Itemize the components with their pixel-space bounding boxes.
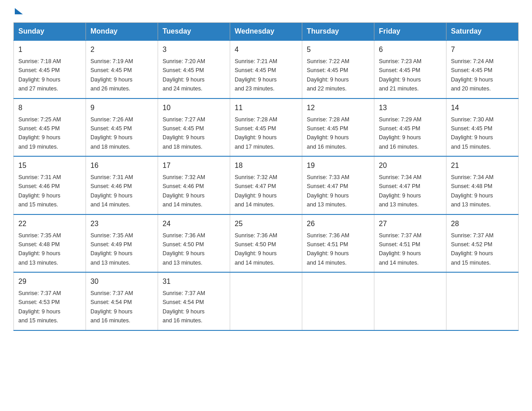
calendar-table: SundayMondayTuesdayWednesdayThursdayFrid…	[13, 22, 519, 331]
day-info: Sunrise: 7:22 AMSunset: 4:45 PMDaylight:…	[307, 58, 349, 92]
calendar-cell: 18 Sunrise: 7:32 AMSunset: 4:47 PMDaylig…	[230, 156, 302, 214]
day-info: Sunrise: 7:27 AMSunset: 4:45 PMDaylight:…	[163, 116, 205, 150]
day-number: 1	[18, 44, 81, 55]
calendar-cell: 1 Sunrise: 7:18 AMSunset: 4:45 PMDayligh…	[14, 40, 86, 98]
day-number: 30	[90, 276, 153, 287]
calendar-cell: 24 Sunrise: 7:36 AMSunset: 4:50 PMDaylig…	[158, 214, 230, 273]
day-number: 9	[90, 103, 153, 113]
day-info: Sunrise: 7:37 AMSunset: 4:51 PMDaylight:…	[379, 232, 421, 266]
day-info: Sunrise: 7:36 AMSunset: 4:50 PMDaylight:…	[235, 232, 277, 266]
day-info: Sunrise: 7:37 AMSunset: 4:52 PMDaylight:…	[451, 232, 493, 266]
calendar-cell	[374, 272, 446, 330]
day-number: 4	[235, 44, 297, 55]
page-header	[13, 9, 519, 13]
calendar-cell	[446, 272, 519, 330]
day-number: 8	[18, 103, 81, 113]
day-info: Sunrise: 7:36 AMSunset: 4:51 PMDaylight:…	[307, 232, 349, 266]
calendar-cell: 10 Sunrise: 7:27 AMSunset: 4:45 PMDaylig…	[158, 98, 230, 157]
calendar-cell: 9 Sunrise: 7:26 AMSunset: 4:45 PMDayligh…	[86, 98, 158, 157]
calendar-cell	[230, 272, 302, 330]
day-number: 3	[163, 44, 225, 55]
day-number: 5	[307, 44, 369, 55]
calendar-cell: 26 Sunrise: 7:36 AMSunset: 4:51 PMDaylig…	[302, 214, 374, 273]
calendar-cell: 29 Sunrise: 7:37 AMSunset: 4:53 PMDaylig…	[14, 272, 86, 330]
calendar-cell: 4 Sunrise: 7:21 AMSunset: 4:45 PMDayligh…	[230, 40, 302, 98]
calendar-cell	[302, 272, 374, 330]
day-number: 26	[307, 218, 369, 229]
calendar-cell: 6 Sunrise: 7:23 AMSunset: 4:45 PMDayligh…	[374, 40, 446, 98]
day-of-week-header: Monday	[86, 23, 158, 41]
day-number: 22	[18, 218, 81, 229]
day-of-week-header: Tuesday	[158, 23, 230, 41]
day-number: 7	[451, 44, 514, 55]
calendar-header-row: SundayMondayTuesdayWednesdayThursdayFrid…	[14, 23, 519, 41]
day-number: 21	[451, 160, 514, 171]
calendar-week-row: 1 Sunrise: 7:18 AMSunset: 4:45 PMDayligh…	[14, 40, 519, 98]
calendar-cell: 7 Sunrise: 7:24 AMSunset: 4:45 PMDayligh…	[446, 40, 519, 98]
day-info: Sunrise: 7:28 AMSunset: 4:45 PMDaylight:…	[235, 116, 277, 150]
day-info: Sunrise: 7:37 AMSunset: 4:53 PMDaylight:…	[18, 290, 61, 324]
day-info: Sunrise: 7:37 AMSunset: 4:54 PMDaylight:…	[90, 290, 133, 324]
day-info: Sunrise: 7:37 AMSunset: 4:54 PMDaylight:…	[163, 290, 205, 324]
calendar-cell: 22 Sunrise: 7:35 AMSunset: 4:48 PMDaylig…	[14, 214, 86, 273]
day-info: Sunrise: 7:20 AMSunset: 4:45 PMDaylight:…	[163, 58, 205, 92]
calendar-cell: 17 Sunrise: 7:32 AMSunset: 4:46 PMDaylig…	[158, 156, 230, 214]
day-info: Sunrise: 7:29 AMSunset: 4:45 PMDaylight:…	[379, 116, 421, 150]
day-info: Sunrise: 7:32 AMSunset: 4:47 PMDaylight:…	[235, 174, 277, 208]
day-info: Sunrise: 7:21 AMSunset: 4:45 PMDaylight:…	[235, 58, 277, 92]
day-info: Sunrise: 7:31 AMSunset: 4:46 PMDaylight:…	[90, 174, 133, 208]
day-number: 11	[235, 103, 297, 113]
calendar-cell: 21 Sunrise: 7:34 AMSunset: 4:48 PMDaylig…	[446, 156, 519, 214]
day-number: 24	[163, 218, 225, 229]
day-of-week-header: Thursday	[302, 23, 374, 41]
day-number: 28	[451, 218, 514, 229]
day-info: Sunrise: 7:34 AMSunset: 4:48 PMDaylight:…	[451, 174, 493, 208]
day-number: 27	[379, 218, 442, 229]
calendar-cell: 20 Sunrise: 7:34 AMSunset: 4:47 PMDaylig…	[374, 156, 446, 214]
calendar-week-row: 15 Sunrise: 7:31 AMSunset: 4:46 PMDaylig…	[14, 156, 519, 214]
day-info: Sunrise: 7:28 AMSunset: 4:45 PMDaylight:…	[307, 116, 349, 150]
calendar-cell: 15 Sunrise: 7:31 AMSunset: 4:46 PMDaylig…	[14, 156, 86, 214]
calendar-cell: 23 Sunrise: 7:35 AMSunset: 4:49 PMDaylig…	[86, 214, 158, 273]
day-number: 13	[379, 103, 442, 113]
calendar-cell: 31 Sunrise: 7:37 AMSunset: 4:54 PMDaylig…	[158, 272, 230, 330]
day-info: Sunrise: 7:35 AMSunset: 4:48 PMDaylight:…	[18, 232, 61, 266]
calendar-cell: 16 Sunrise: 7:31 AMSunset: 4:46 PMDaylig…	[86, 156, 158, 214]
day-of-week-header: Saturday	[446, 23, 519, 41]
calendar-week-row: 8 Sunrise: 7:25 AMSunset: 4:45 PMDayligh…	[14, 98, 519, 157]
calendar-cell: 27 Sunrise: 7:37 AMSunset: 4:51 PMDaylig…	[374, 214, 446, 273]
calendar-cell: 28 Sunrise: 7:37 AMSunset: 4:52 PMDaylig…	[446, 214, 519, 273]
day-info: Sunrise: 7:24 AMSunset: 4:45 PMDaylight:…	[451, 58, 493, 92]
day-info: Sunrise: 7:25 AMSunset: 4:45 PMDaylight:…	[18, 116, 61, 150]
day-info: Sunrise: 7:19 AMSunset: 4:45 PMDaylight:…	[90, 58, 133, 92]
day-info: Sunrise: 7:32 AMSunset: 4:46 PMDaylight:…	[163, 174, 205, 208]
day-info: Sunrise: 7:23 AMSunset: 4:45 PMDaylight:…	[379, 58, 421, 92]
logo	[13, 9, 23, 13]
day-number: 25	[235, 218, 297, 229]
day-of-week-header: Sunday	[14, 23, 86, 41]
day-number: 2	[90, 44, 153, 55]
day-number: 23	[90, 218, 153, 229]
day-of-week-header: Wednesday	[230, 23, 302, 41]
day-number: 15	[18, 160, 81, 171]
calendar-cell: 13 Sunrise: 7:29 AMSunset: 4:45 PMDaylig…	[374, 98, 446, 157]
day-info: Sunrise: 7:18 AMSunset: 4:45 PMDaylight:…	[18, 58, 61, 92]
day-number: 17	[163, 160, 225, 171]
calendar-cell: 11 Sunrise: 7:28 AMSunset: 4:45 PMDaylig…	[230, 98, 302, 157]
calendar-cell: 25 Sunrise: 7:36 AMSunset: 4:50 PMDaylig…	[230, 214, 302, 273]
calendar-cell: 19 Sunrise: 7:33 AMSunset: 4:47 PMDaylig…	[302, 156, 374, 214]
day-number: 6	[379, 44, 442, 55]
calendar-cell: 3 Sunrise: 7:20 AMSunset: 4:45 PMDayligh…	[158, 40, 230, 98]
calendar-cell: 5 Sunrise: 7:22 AMSunset: 4:45 PMDayligh…	[302, 40, 374, 98]
day-number: 14	[451, 103, 514, 113]
day-of-week-header: Friday	[374, 23, 446, 41]
logo-arrow-icon	[15, 8, 23, 14]
day-info: Sunrise: 7:35 AMSunset: 4:49 PMDaylight:…	[90, 232, 133, 266]
calendar-cell: 12 Sunrise: 7:28 AMSunset: 4:45 PMDaylig…	[302, 98, 374, 157]
day-number: 31	[163, 276, 225, 287]
calendar-cell: 30 Sunrise: 7:37 AMSunset: 4:54 PMDaylig…	[86, 272, 158, 330]
day-info: Sunrise: 7:30 AMSunset: 4:45 PMDaylight:…	[451, 116, 493, 150]
day-number: 12	[307, 103, 369, 113]
calendar-week-row: 29 Sunrise: 7:37 AMSunset: 4:53 PMDaylig…	[14, 272, 519, 330]
day-number: 29	[18, 276, 81, 287]
